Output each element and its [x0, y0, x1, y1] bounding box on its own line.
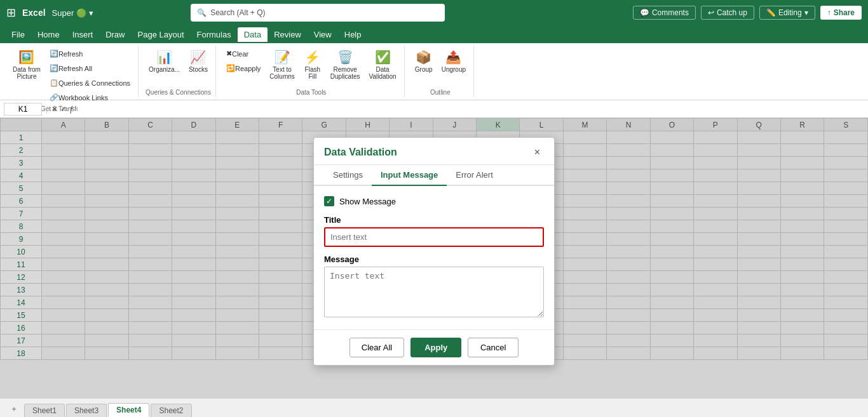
organize-label: Organiza... [149, 66, 180, 73]
tab-error-alert[interactable]: Error Alert [447, 165, 502, 186]
refresh-button[interactable]: 🔄 Refresh [46, 47, 134, 60]
dialog-tabs: Settings Input Message Error Alert [314, 165, 554, 186]
data-validation-dialog: Data Validation × Settings Input Message… [313, 137, 555, 366]
reapply-icon: 🔁 [226, 64, 235, 72]
menu-draw[interactable]: Draw [99, 27, 131, 42]
remove-dup-label: RemoveDuplicates [330, 66, 360, 80]
ribbon-data-tools-content: ✖ Clear 🔁 Reapply 📝 Text toColumns ⚡ Fla… [222, 47, 400, 88]
profile-area[interactable]: Super 🟢 ▾ [52, 8, 94, 18]
show-message-checkbox[interactable]: ✓ [324, 196, 334, 206]
search-bar[interactable]: 🔍 Search (Alt + Q) [191, 4, 445, 22]
menu-view[interactable]: View [308, 27, 338, 42]
pencil-icon: ✏️ [766, 8, 776, 17]
workbook-links-button[interactable]: 🔗 Workbook Links [46, 91, 134, 104]
group-label-data-tools: Data Tools [222, 89, 400, 96]
menu-bar: File Home Insert Draw Page Layout Formul… [0, 25, 868, 43]
catch-up-button[interactable]: ↩ Catch up [701, 6, 754, 20]
refresh-icon: 🔄 [50, 50, 58, 58]
clear-icon: ✖ [226, 50, 232, 58]
cell-reference-input[interactable] [4, 103, 42, 116]
ribbon-group-get-transform: 🖼️ Data fromPicture 🔄 Refresh 🔄 Refresh … [5, 46, 139, 97]
menu-help[interactable]: Help [338, 27, 368, 42]
formula-input[interactable] [78, 105, 864, 114]
menu-insert[interactable]: Insert [66, 27, 100, 42]
ungroup-button[interactable]: 📤 Ungroup [438, 47, 470, 76]
profile-icon: 🟢 [76, 8, 86, 18]
apply-button[interactable]: Apply [410, 338, 461, 357]
add-sheet-button[interactable]: ＋ [5, 401, 23, 417]
title-field-label: Title [324, 215, 544, 225]
comments-button[interactable]: 💬 Comments [633, 6, 696, 20]
text-columns-label: Text toColumns [269, 66, 294, 80]
data-from-picture-button[interactable]: 🖼️ Data fromPicture [9, 47, 44, 83]
group-label-outline: Outline [411, 89, 470, 96]
stocks-button[interactable]: 📈 Stocks [185, 47, 212, 76]
profile-name: Super [52, 8, 74, 18]
share-button[interactable]: ↑ Share [820, 6, 862, 20]
sheet-tab-sheet3[interactable]: Sheet3 [66, 404, 107, 417]
sheet-tab-sheet4[interactable]: Sheet4 [108, 403, 149, 417]
tab-settings[interactable]: Settings [324, 165, 372, 186]
menu-data[interactable]: Data [238, 27, 268, 42]
share-icon: ↑ [827, 8, 831, 17]
flash-fill-label: FlashFill [305, 66, 320, 80]
formula-icons: ✕ ✓ ƒ [51, 105, 74, 114]
confirm-formula-icon[interactable]: ✓ [60, 105, 67, 114]
dialog-content: ✓ Show Message Title Message [314, 186, 554, 329]
stocks-icon: 📈 [190, 50, 206, 65]
insert-function-icon[interactable]: ƒ [69, 105, 74, 114]
ribbon: 🖼️ Data fromPicture 🔄 Refresh 🔄 Refresh … [0, 43, 868, 100]
tab-input-message[interactable]: Input Message [372, 165, 447, 186]
clear-reapply-group: ✖ Clear 🔁 Reapply [222, 47, 264, 75]
cancel-button[interactable]: Cancel [468, 338, 519, 357]
dialog-title: Data Validation [324, 147, 397, 158]
data-validation-button[interactable]: ✅ DataValidation [365, 47, 400, 83]
group-label: Group [415, 66, 433, 73]
menu-file[interactable]: File [5, 27, 31, 42]
flash-fill-button[interactable]: ⚡ FlashFill [300, 47, 325, 83]
message-textarea[interactable] [324, 267, 544, 317]
clear-all-button[interactable]: Clear All [349, 338, 404, 357]
data-validation-label: DataValidation [369, 66, 397, 80]
menu-home[interactable]: Home [31, 27, 66, 42]
checkbox-check-icon: ✓ [326, 197, 332, 206]
organize-button[interactable]: 📊 Organiza... [145, 47, 184, 76]
menu-page-layout[interactable]: Page Layout [132, 27, 191, 42]
text-to-columns-button[interactable]: 📝 Text toColumns [266, 47, 298, 83]
chevron-down-icon: ▾ [804, 8, 808, 17]
ribbon-outline-content: 📦 Group 📤 Ungroup [411, 47, 470, 88]
text-columns-icon: 📝 [275, 50, 290, 65]
ungroup-icon: 📤 [445, 50, 461, 65]
title-input[interactable] [324, 227, 544, 247]
refresh-all-button[interactable]: 🔄 Refresh All [46, 62, 134, 75]
ribbon-group-data-tools: ✖ Clear 🔁 Reapply 📝 Text toColumns ⚡ Fla… [219, 46, 405, 97]
organize-icon: 📊 [156, 50, 172, 65]
show-message-label: Show Message [339, 197, 396, 206]
dialog-close-button[interactable]: × [531, 145, 544, 159]
search-icon: 🔍 [197, 8, 207, 17]
queries-connections-button[interactable]: 📋 Queries & Connections [46, 76, 134, 89]
title-bar-right: 💬 Comments ↩ Catch up ✏️ Editing ▾ ↑ Sha… [633, 6, 862, 20]
remove-duplicates-button[interactable]: 🗑️ RemoveDuplicates [327, 47, 364, 83]
links-icon: 🔗 [50, 93, 58, 102]
reapply-button[interactable]: 🔁 Reapply [222, 62, 264, 75]
search-placeholder: Search (Alt + Q) [210, 8, 265, 17]
ribbon-group-queries: 📊 Organiza... 📈 Stocks Queries & Connect… [141, 46, 216, 97]
ribbon-group-content: 🖼️ Data fromPicture 🔄 Refresh 🔄 Refresh … [9, 47, 134, 104]
refresh-group: 🔄 Refresh 🔄 Refresh All 📋 Queries & Conn… [46, 47, 134, 104]
ribbon-group-outline: 📦 Group 📤 Ungroup Outline [407, 46, 474, 97]
show-message-row: ✓ Show Message [324, 196, 544, 206]
sheet-tab-sheet2[interactable]: Sheet2 [151, 404, 191, 417]
clear-button[interactable]: ✖ Clear [222, 47, 264, 60]
sheet-tab-sheet1[interactable]: Sheet1 [24, 404, 65, 417]
validation-icon: ✅ [375, 50, 391, 65]
remove-dup-icon: 🗑️ [337, 50, 353, 65]
data-from-picture-label: Data fromPicture [13, 66, 41, 80]
menu-formulas[interactable]: Formulas [191, 27, 238, 42]
editing-button[interactable]: ✏️ Editing ▾ [759, 6, 815, 20]
dialog-footer: Clear All Apply Cancel [314, 329, 554, 365]
cancel-formula-icon[interactable]: ✕ [51, 105, 58, 114]
menu-review[interactable]: Review [268, 27, 308, 42]
group-button[interactable]: 📦 Group [411, 47, 437, 76]
ribbon-queries-content: 📊 Organiza... 📈 Stocks [145, 47, 212, 88]
